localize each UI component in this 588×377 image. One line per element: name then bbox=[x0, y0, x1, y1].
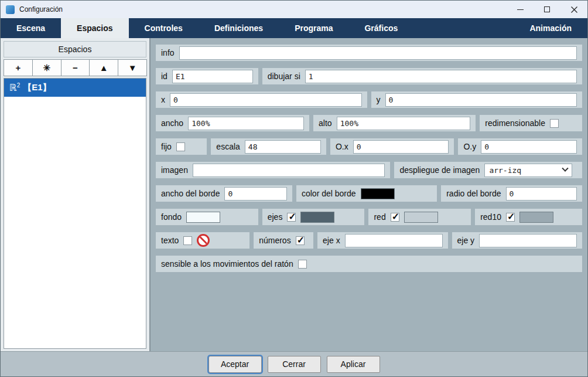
scale-group: escala bbox=[211, 138, 326, 155]
tab-definiciones[interactable]: Definiciones bbox=[199, 18, 279, 38]
spaces-toolbar: + ✳ − ▲ ▼ bbox=[4, 59, 146, 76]
background-color-swatch[interactable] bbox=[186, 212, 220, 223]
axes-checkbox[interactable] bbox=[287, 213, 296, 222]
tab-graficos[interactable]: Gráficos bbox=[348, 18, 413, 38]
spaces-panel-title: Espacios bbox=[4, 41, 146, 57]
height-group: alto bbox=[313, 115, 476, 131]
close-icon bbox=[571, 6, 577, 13]
grid-color-swatch[interactable] bbox=[404, 212, 438, 223]
numbers-checkbox[interactable] bbox=[296, 236, 305, 245]
origin-x-label: O.x bbox=[336, 142, 348, 151]
mouse-sensitive-checkbox[interactable] bbox=[298, 260, 307, 269]
duplicate-space-button[interactable]: ✳ bbox=[32, 59, 61, 76]
text-group: texto bbox=[156, 232, 249, 249]
axis-x-label: eje x bbox=[323, 236, 340, 245]
tab-espacios[interactable]: Espacios bbox=[61, 18, 128, 38]
text-checkbox[interactable] bbox=[183, 236, 192, 245]
fixed-group: fijo bbox=[156, 138, 207, 155]
move-down-button[interactable]: ▼ bbox=[118, 59, 147, 76]
row-border: ancho del borde color del borde radio de… bbox=[156, 185, 582, 202]
row-info: info bbox=[156, 45, 582, 61]
grid10-group: red10 bbox=[475, 209, 582, 225]
image-display-select[interactable]: arr-izq bbox=[484, 164, 572, 177]
minimize-button[interactable] bbox=[507, 1, 534, 18]
id-label: id bbox=[161, 72, 167, 81]
axes-label: ejes bbox=[268, 212, 283, 222]
add-space-button[interactable]: + bbox=[4, 59, 33, 76]
accept-button[interactable]: Aceptar bbox=[208, 356, 262, 373]
move-up-button[interactable]: ▲ bbox=[89, 59, 118, 76]
y-label: y bbox=[377, 95, 381, 104]
tab-escena[interactable]: Escena bbox=[1, 18, 61, 38]
resizable-checkbox[interactable] bbox=[550, 119, 559, 128]
fixed-label: fijo bbox=[161, 142, 172, 151]
spaces-list: ℝ2 【E1】 bbox=[4, 78, 146, 349]
row-position: x y bbox=[156, 91, 582, 108]
height-input[interactable] bbox=[337, 117, 471, 130]
origin-y-label: O.y bbox=[463, 142, 476, 151]
scale-label: escala bbox=[216, 142, 240, 151]
grid10-label: red10 bbox=[480, 212, 501, 222]
y-input[interactable] bbox=[385, 93, 577, 107]
tab-animacion[interactable]: Animación bbox=[514, 18, 587, 38]
remove-space-button[interactable]: − bbox=[61, 59, 90, 76]
width-label: ancho bbox=[161, 118, 183, 128]
axis-x-group: eje x bbox=[317, 232, 447, 249]
numbers-group: números bbox=[254, 232, 313, 249]
no-text-font-icon[interactable] bbox=[197, 234, 210, 247]
row-colors: fondo ejes red red10 bbox=[156, 209, 582, 225]
x-input[interactable] bbox=[170, 93, 362, 107]
id-input[interactable] bbox=[172, 70, 253, 83]
origin-y-input[interactable] bbox=[481, 140, 577, 154]
axis-x-input[interactable] bbox=[345, 234, 443, 247]
grid-label: red bbox=[374, 212, 385, 222]
image-label: imagen bbox=[161, 165, 188, 175]
width-input[interactable] bbox=[188, 117, 304, 130]
border-width-group: ancho del borde bbox=[156, 185, 292, 202]
maximize-button[interactable] bbox=[534, 1, 560, 18]
plus-icon: + bbox=[16, 63, 21, 73]
y-group: y bbox=[371, 91, 583, 108]
resizable-group: redimensionable bbox=[480, 115, 582, 131]
border-color-swatch[interactable] bbox=[361, 188, 395, 199]
arrow-down-icon: ▼ bbox=[128, 63, 137, 73]
image-display-label: despliegue de imagen bbox=[399, 165, 480, 175]
draw-if-label: dibujar si bbox=[268, 72, 300, 81]
border-radius-input[interactable] bbox=[506, 187, 577, 201]
axis-y-input[interactable] bbox=[479, 234, 577, 247]
space-list-item-E1[interactable]: ℝ2 【E1】 bbox=[4, 79, 146, 97]
apply-button[interactable]: Aplicar bbox=[327, 356, 380, 373]
numbers-label: números bbox=[259, 236, 290, 245]
row-text: texto números eje x eje y bbox=[156, 232, 582, 249]
grid10-color-swatch[interactable] bbox=[519, 212, 553, 223]
origin-y-group: O.y bbox=[458, 138, 582, 155]
draw-if-input[interactable] bbox=[305, 70, 577, 83]
grid10-checkbox[interactable] bbox=[506, 213, 515, 222]
info-group: info bbox=[156, 45, 582, 61]
background-group: fondo bbox=[156, 209, 258, 225]
window-title: Configuración bbox=[19, 5, 63, 13]
close-button[interactable] bbox=[560, 1, 587, 18]
tab-bar: Escena Espacios Controles Definiciones P… bbox=[1, 18, 587, 38]
origin-x-input[interactable] bbox=[353, 140, 449, 154]
id-group: id bbox=[156, 68, 258, 84]
axis-y-group: eje y bbox=[452, 232, 582, 249]
x-group: x bbox=[156, 91, 367, 108]
info-label: info bbox=[161, 48, 175, 57]
close-dialog-button[interactable]: Cerrar bbox=[268, 356, 321, 373]
image-input[interactable] bbox=[193, 164, 385, 177]
border-width-input[interactable] bbox=[224, 187, 287, 201]
tab-controles[interactable]: Controles bbox=[129, 18, 199, 38]
info-input[interactable] bbox=[179, 46, 577, 60]
text-label: texto bbox=[161, 236, 179, 245]
draw-if-group: dibujar si bbox=[262, 68, 582, 84]
fixed-checkbox[interactable] bbox=[176, 142, 185, 151]
grid-checkbox[interactable] bbox=[391, 213, 399, 222]
minus-icon: − bbox=[73, 63, 78, 73]
titlebar: Configuración bbox=[1, 1, 587, 18]
axes-color-swatch[interactable] bbox=[300, 212, 334, 223]
scale-input[interactable] bbox=[245, 140, 321, 154]
configuration-window: Configuración Escena Espacios Controles … bbox=[0, 0, 588, 377]
row-size: ancho alto redimensionable bbox=[156, 115, 582, 131]
tab-programa[interactable]: Programa bbox=[279, 18, 348, 38]
